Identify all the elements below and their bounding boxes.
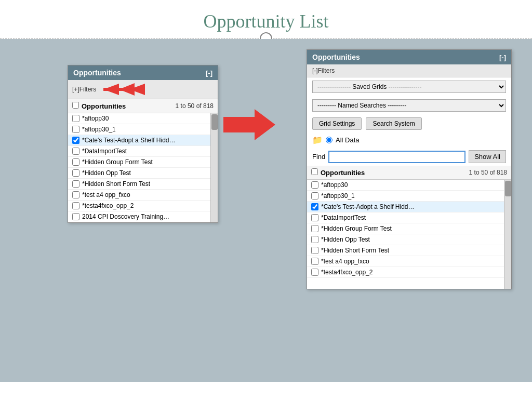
right-panel-buttons-row: Grid Settings Search System xyxy=(307,115,511,132)
left-item-label-8: *testa4fxco_opp_2 xyxy=(82,202,134,209)
left-item-checkbox-4[interactable] xyxy=(72,158,79,166)
main-content-area: Opportunities [-] [+]Filters xyxy=(0,39,532,382)
right-panel-list-body: *aftopp30 *aftopp30_1 *Cate's Test-Adopt… xyxy=(307,180,511,289)
right-list-item: *Hidden Opp Test xyxy=(307,234,511,245)
big-right-arrow-svg xyxy=(223,107,275,143)
left-item-label-7: *test a4 opp_fxco xyxy=(82,191,130,198)
red-left-arrow-svg xyxy=(103,82,145,97)
left-panel-list-header: Opportunities 1 to 50 of 818 xyxy=(68,99,218,113)
left-list-item: *testa4fxco_opp_2 xyxy=(68,201,218,211)
left-list-item: *Hidden Opp Test xyxy=(68,168,218,179)
left-scrollbar[interactable] xyxy=(210,113,218,222)
right-panel-collapse-btn[interactable]: [-] xyxy=(499,54,506,61)
folder-icon: 📁 xyxy=(312,135,323,145)
left-panel-collapse-btn[interactable]: [-] xyxy=(206,69,212,77)
right-panel: Opportunities [-] [-]Filters -----------… xyxy=(307,49,512,289)
right-panel-list-title: Opportunities xyxy=(321,169,469,177)
left-item-checkbox-0[interactable] xyxy=(72,115,79,122)
left-panel-filters-bar: [+]Filters xyxy=(68,80,218,99)
right-item-checkbox-1[interactable] xyxy=(311,192,318,200)
right-panel-header: Opportunities [-] xyxy=(307,50,511,64)
right-scrollbar[interactable] xyxy=(504,180,511,289)
left-panel-list: *aftopp30 *aftopp30_1 *Cate's Test-Adopt… xyxy=(68,113,218,222)
right-item-label-5: *Hidden Opp Test xyxy=(321,236,370,243)
right-list-item: *Cate's Test-Adopt a Shelf Hidd… xyxy=(307,202,511,212)
right-item-label-0: *aftopp30 xyxy=(321,181,348,189)
right-item-checkbox-4[interactable] xyxy=(311,225,318,232)
left-item-checkbox-9[interactable] xyxy=(72,213,79,220)
left-item-label-5: *Hidden Opp Test xyxy=(82,169,131,177)
left-item-checkbox-3[interactable] xyxy=(72,148,79,155)
left-arrow-indicator xyxy=(103,82,145,97)
page-title: Opportunity List xyxy=(0,10,532,32)
left-item-label-6: *Hidden Short Form Test xyxy=(82,180,150,188)
grid-settings-button[interactable]: Grid Settings xyxy=(312,117,362,130)
left-item-label-4: *Hidden Group Form Test xyxy=(82,158,153,166)
left-list-item: 2014 CPI Doscovery Training… xyxy=(68,211,218,222)
right-item-label-7: *test a4 opp_fxco xyxy=(321,258,369,265)
saved-grids-row: ---------------- Saved Grids -----------… xyxy=(307,77,511,96)
right-item-label-6: *Hidden Short Form Test xyxy=(321,247,389,254)
right-panel-filters-label: [-]Filters xyxy=(312,67,335,74)
left-panel: Opportunities [-] [+]Filters xyxy=(68,65,218,223)
left-panel-header: Opportunities [-] xyxy=(68,65,218,80)
left-list-item: *Cate's Test-Adopt a Shelf Hidd… xyxy=(68,135,218,146)
left-item-checkbox-7[interactable] xyxy=(72,191,79,198)
right-item-checkbox-5[interactable] xyxy=(311,236,318,243)
left-item-checkbox-1[interactable] xyxy=(72,126,79,133)
right-list-item: *Hidden Short Form Test xyxy=(307,245,511,256)
right-item-checkbox-7[interactable] xyxy=(311,258,318,265)
right-list-item: *test a4 opp_fxco xyxy=(307,256,511,267)
left-list-item: *Hidden Group Form Test xyxy=(68,157,218,168)
left-item-checkbox-8[interactable] xyxy=(72,202,79,209)
right-item-checkbox-2[interactable] xyxy=(311,203,318,210)
big-right-arrow-container xyxy=(223,107,275,143)
right-list-item: *testa4fxco_opp_2 xyxy=(307,267,511,278)
right-panel-list: *aftopp30 *aftopp30_1 *Cate's Test-Adopt… xyxy=(307,180,511,278)
right-panel-list-header: Opportunities 1 to 50 of 818 xyxy=(307,166,511,180)
find-label: Find xyxy=(312,153,325,161)
right-panel-filters-bar: [-]Filters xyxy=(307,64,511,77)
right-list-item: *aftopp30 xyxy=(307,180,511,191)
right-item-label-8: *testa4fxco_opp_2 xyxy=(321,269,373,276)
left-list-item: *test a4 opp_fxco xyxy=(68,190,218,201)
left-item-checkbox-2[interactable] xyxy=(72,137,79,144)
all-data-row: 📁 All Data xyxy=(307,132,511,148)
left-scrollbar-thumb[interactable] xyxy=(211,114,218,130)
right-item-label-4: *Hidden Group Form Test xyxy=(321,225,392,232)
svg-marker-5 xyxy=(223,109,275,140)
left-panel-title: Opportunities xyxy=(73,69,121,77)
right-item-checkbox-6[interactable] xyxy=(311,247,318,254)
right-item-checkbox-0[interactable] xyxy=(311,181,318,189)
right-panel-list-count: 1 to 50 of 818 xyxy=(469,169,507,176)
named-searches-row: --------- Named Searches --------- xyxy=(307,96,511,115)
right-panel-check-all[interactable] xyxy=(311,168,321,177)
find-input[interactable] xyxy=(328,151,466,163)
right-item-label-2: *Cate's Test-Adopt a Shelf Hidd… xyxy=(321,203,415,210)
left-list-item: *aftopp30 xyxy=(68,113,218,124)
find-row: Find Show All xyxy=(307,148,511,166)
right-item-checkbox-3[interactable] xyxy=(311,214,318,221)
left-item-checkbox-5[interactable] xyxy=(72,169,79,177)
right-check-all-input[interactable] xyxy=(311,168,318,175)
left-item-checkbox-6[interactable] xyxy=(72,180,79,188)
all-data-label: All Data xyxy=(336,136,360,144)
left-panel-list-title: Opportunities xyxy=(82,102,176,110)
left-panel-filters-label: [+]Filters xyxy=(72,86,96,93)
right-scrollbar-thumb[interactable] xyxy=(505,181,511,196)
left-item-label-3: *DataImportTest xyxy=(82,148,127,155)
right-list-item: *aftopp30_1 xyxy=(307,191,511,202)
search-system-button[interactable]: Search System xyxy=(366,117,421,130)
svg-marker-4 xyxy=(103,84,119,95)
show-all-button[interactable]: Show All xyxy=(469,150,506,163)
left-panel-check-all[interactable] xyxy=(72,102,82,110)
left-list-item: *DataImportTest xyxy=(68,146,218,157)
saved-grids-select[interactable]: ---------------- Saved Grids -----------… xyxy=(312,81,506,93)
right-item-label-3: *DataImportTest xyxy=(321,214,366,221)
left-item-label-2: *Cate's Test-Adopt a Shelf Hidd… xyxy=(82,137,176,144)
left-check-all-input[interactable] xyxy=(72,102,79,109)
right-item-checkbox-8[interactable] xyxy=(311,269,318,276)
named-searches-select[interactable]: --------- Named Searches --------- xyxy=(312,99,506,112)
right-panel-title: Opportunities xyxy=(312,53,360,61)
all-data-radio[interactable] xyxy=(326,137,332,143)
